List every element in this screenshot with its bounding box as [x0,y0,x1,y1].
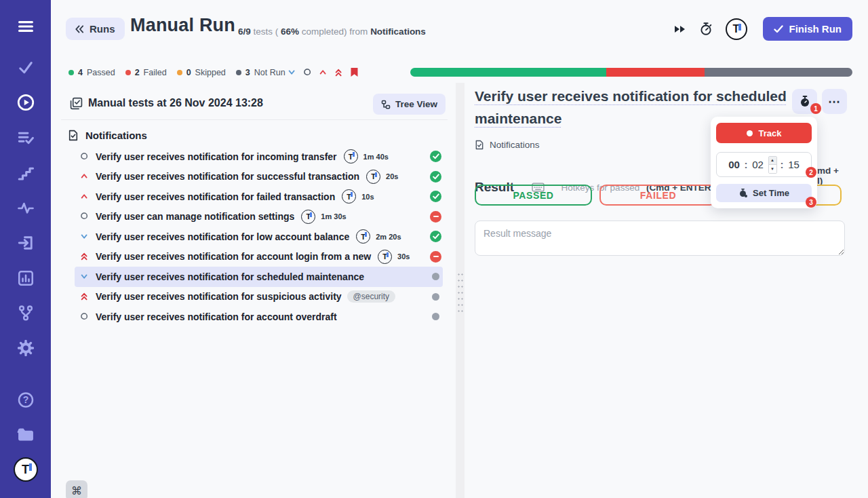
test-row[interactable]: Verify user receives notification for lo… [75,227,443,247]
more-actions-button[interactable]: ⋯ [822,89,847,114]
breadcrumb-label: Notifications [490,140,540,150]
settings-gear-icon[interactable] [18,340,34,356]
test-tag[interactable]: @security [347,290,396,303]
finish-run-label: Finish Run [789,23,842,35]
menu-menu-icon[interactable] [17,20,35,33]
test-row[interactable]: Verify user receives notification for ac… [75,307,443,327]
filter-chevrons-up-icon[interactable] [334,68,344,77]
test-source-logo-icon: T [356,229,370,244]
test-list-panel: Manual tests at 26 Nov 2024 13:28 Tree V… [61,88,448,498]
command-key-badge[interactable]: ⌘ [66,480,87,498]
passed-badge-icon [430,231,441,242]
suites-list-check-icon[interactable] [18,130,34,146]
status-dot-icon [236,70,241,75]
minutes-field[interactable]: 02 [751,159,765,170]
test-source-logo-icon: T [344,149,358,164]
panel-splitter[interactable] [456,83,465,498]
seconds-field[interactable]: 15 [787,159,801,170]
runs-play-circle-icon[interactable] [17,94,35,111]
projects-folder-icon[interactable] [17,427,34,442]
stat-not-run: 3Not Run [236,68,285,77]
tree-view-button[interactable]: Tree View [373,94,446,115]
stat-failed: 2Failed [125,68,167,77]
priority-circle-icon [80,152,90,161]
test-title: Verify user receives notification for sc… [96,271,364,282]
back-to-runs-label: Runs [90,23,115,35]
stat-skipped: 0Skipped [177,68,226,77]
minutes-stepper[interactable]: ▲▼ [768,156,777,174]
step-up-icon[interactable]: ▲ [769,157,776,166]
run-progress-bar[interactable] [410,68,852,77]
test-row[interactable]: Verify user receives notification for su… [75,287,443,307]
help-help-circle-icon[interactable]: ? [17,391,34,408]
percent-completed: 66% [281,26,299,37]
tests-check-icon[interactable] [18,60,34,76]
test-title: Verify user can manage notification sett… [96,211,294,222]
back-to-runs-button[interactable]: Runs [66,18,125,40]
filter-chevron-down-icon[interactable] [288,68,297,77]
track-label: Track [759,128,782,138]
test-duration: 1m 30s [321,212,346,221]
status-dot-icon [125,70,131,75]
passed-button[interactable]: PASSED [475,185,592,206]
app-logo-icon[interactable]: T [726,18,747,40]
result-message-input[interactable] [475,221,845,256]
passed-badge-icon [430,151,441,162]
test-row[interactable]: Verify user receives notification for ac… [75,247,443,267]
page-title: Manual Run [130,15,235,36]
progress-segment [705,68,852,77]
file-check-icon [475,140,484,150]
record-dot-icon [747,130,753,136]
stat-passed: 4Passed [68,68,115,77]
source-suite: Notifications [370,26,426,37]
passed-badge-icon [430,191,441,202]
hotkeys-hint-tail: md + I) [817,166,845,186]
test-source-logo-icon: T [342,189,356,204]
check-icon [774,25,783,33]
test-title: Verify user receives notification for ac… [96,251,371,262]
test-row[interactable]: Verify user receives notification for in… [75,147,443,167]
test-duration: 1m 40s [363,153,389,161]
main-area: Runs Manual Run 6/9 tests ( 66% complete… [51,0,868,498]
filter-circle-icon[interactable] [303,68,313,77]
time-tracking-popover: Track 00 : 02 ▲▼ : 15 2 Set Time 3 [711,117,817,208]
test-row[interactable]: Verify user receives notification for su… [75,167,443,187]
notrun-dot-icon [432,313,439,320]
test-duration: 30s [397,252,410,261]
tree-view-label: Tree View [395,99,437,109]
progress-segment [410,68,606,77]
suite-folder-row[interactable]: Notifications [61,127,448,143]
set-time-label: Set Time [753,188,789,198]
status-dot-icon [68,70,74,75]
stopwatch-icon[interactable] [699,22,713,36]
sidebar-app-logo-icon[interactable]: T [14,457,38,482]
file-check-icon [68,130,79,141]
test-duration: 2m 20s [376,233,401,241]
branches-git-branch-icon[interactable] [18,305,34,321]
test-row[interactable]: Verify user receives notification for fa… [75,187,443,207]
priority-circle-icon [80,212,90,221]
analytics-bar-chart-icon[interactable] [18,270,34,286]
filter-bookmark-icon[interactable] [350,67,359,77]
step-down-icon[interactable]: ▼ [769,165,776,173]
steps-stairs-icon[interactable] [18,165,34,181]
test-row[interactable]: Verify user receives notification for sc… [75,267,443,287]
splitter-grip-icon [457,271,463,316]
pulse-activity-icon[interactable] [18,200,34,216]
track-button[interactable]: Track [716,123,812,143]
set-time-button[interactable]: Set Time [716,184,812,202]
hours-field[interactable]: 00 [728,159,741,170]
test-row[interactable]: Verify user can manage notification sett… [75,207,443,227]
import-sign-in-icon[interactable] [18,235,34,251]
status-summary: 4Passed2Failed0Skipped3Not Run [68,68,285,77]
breadcrumb[interactable]: Notifications [475,140,540,150]
notrun-dot-icon [432,273,439,280]
failed-button[interactable]: FAILED [599,185,717,206]
tree-icon [381,100,391,109]
hint-badge-2: 2 [806,167,816,178]
test-title: Verify user receives notification for in… [96,151,337,162]
filter-chevron-up-icon[interactable] [319,68,328,77]
fast-forward-icon[interactable] [673,24,686,35]
passed-badge-icon [430,171,441,183]
finish-run-button[interactable]: Finish Run [763,17,853,41]
